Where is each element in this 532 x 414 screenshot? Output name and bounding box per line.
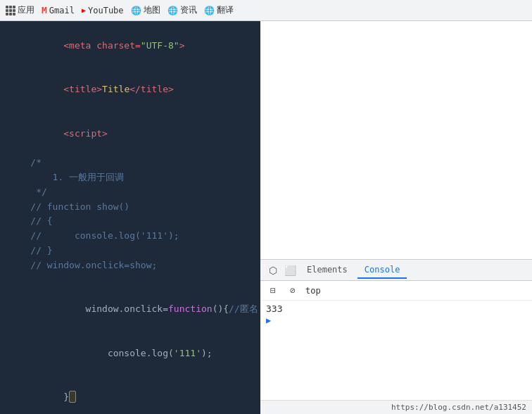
console-value-1: 333 xyxy=(266,303,282,314)
devtools-tabs: ⬡ ⬜ Elements Console xyxy=(260,260,532,281)
translate-favicon: 🌐 xyxy=(204,6,215,15)
grid-icon xyxy=(6,6,15,15)
code-line-10: // } xyxy=(0,244,260,258)
code-line-8: // { xyxy=(0,214,260,229)
code-editor: <meta charset="UTF-8"> <title>Title</tit… xyxy=(0,21,260,414)
gmail-label: Gmail xyxy=(49,6,75,15)
news-favicon: 🌐 xyxy=(167,6,178,15)
code-line-5: 1. 一般用于回调 xyxy=(0,170,260,185)
devtools-panel: ⬡ ⬜ Elements Console ⊟ ⊘ top 333 ▶ xyxy=(260,259,532,400)
console-line-1: 333 xyxy=(266,303,526,314)
apps-label: 应用 xyxy=(18,4,34,16)
maps-favicon: 🌐 xyxy=(131,6,141,15)
bookmarks-bar: 应用 M Gmail ▶ YouTube 🌐 地图 🌐 资讯 🌐 翻译 xyxy=(6,4,234,16)
code-line-15: } xyxy=(0,375,260,414)
bookmark-youtube[interactable]: ▶ YouTube xyxy=(82,6,124,15)
console-output: 333 ▶ xyxy=(266,303,526,325)
news-label: 资讯 xyxy=(180,4,197,16)
code-line-4: /* xyxy=(0,156,260,170)
code-line-13: window.onclick=function(){//匿名 xyxy=(0,287,260,331)
maps-label: 地图 xyxy=(144,4,160,16)
console-line-2: ▶ xyxy=(266,315,526,325)
devtools-toolbar: ⊟ ⊘ top xyxy=(260,281,532,301)
code-line-14: console.log('111'); xyxy=(0,332,260,375)
youtube-favicon: ▶ xyxy=(82,6,86,14)
filter-context: top xyxy=(305,286,321,296)
cursor-icon[interactable]: ⬡ xyxy=(266,263,280,277)
gmail-favicon: M xyxy=(42,5,47,15)
block-icon[interactable]: ⊟ xyxy=(266,284,280,298)
bookmark-translate[interactable]: 🌐 翻译 xyxy=(204,4,234,16)
code-line-7: // function show() xyxy=(0,200,260,215)
main-area: <meta charset="UTF-8"> <title>Title</tit… xyxy=(0,21,532,414)
bookmark-gmail[interactable]: M Gmail xyxy=(42,5,75,15)
bookmark-news[interactable]: 🌐 资讯 xyxy=(167,4,197,16)
youtube-label: YouTube xyxy=(88,6,124,15)
code-line-11: // window.onclick=show; xyxy=(0,258,260,273)
code-line-2: <title>Title</title> xyxy=(0,68,260,111)
status-url: https://blog.csdn.net/a131452 xyxy=(391,403,526,412)
translate-label: 翻译 xyxy=(217,4,234,16)
tab-console[interactable]: Console xyxy=(357,262,407,279)
filter-icon[interactable]: ⊘ xyxy=(286,284,300,298)
bookmark-maps[interactable]: 🌐 地图 xyxy=(131,4,160,16)
code-line-6: */ xyxy=(0,185,260,200)
browser-page xyxy=(260,21,532,259)
tab-elements[interactable]: Elements xyxy=(300,262,355,279)
code-line-1: <meta charset="UTF-8"> xyxy=(0,24,260,68)
console-expand-arrow[interactable]: ▶ xyxy=(266,315,271,325)
right-panel: ⬡ ⬜ Elements Console ⊟ ⊘ top 333 ▶ xyxy=(260,21,532,414)
devtools-content: 333 ▶ xyxy=(260,301,532,400)
browser-bar: 应用 M Gmail ▶ YouTube 🌐 地图 🌐 资讯 🌐 翻译 xyxy=(0,0,532,21)
bookmark-apps[interactable]: 应用 xyxy=(6,4,34,16)
code-line-12 xyxy=(0,273,260,288)
code-line-3: <script> xyxy=(0,112,260,156)
status-bar: https://blog.csdn.net/a131452 xyxy=(260,400,532,414)
code-content: <meta charset="UTF-8"> <title>Title</tit… xyxy=(0,21,260,414)
code-line-9: // console.log('111'); xyxy=(0,229,260,244)
inspect-icon[interactable]: ⬜ xyxy=(283,263,297,277)
